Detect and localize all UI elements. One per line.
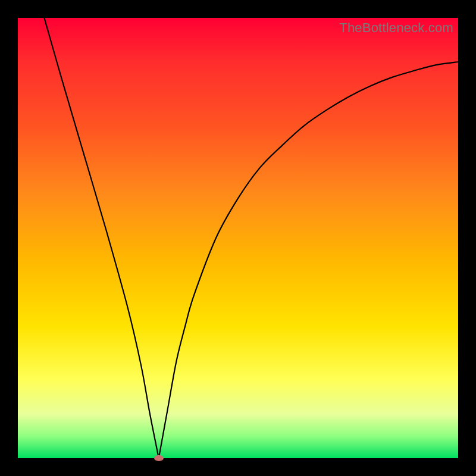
curve-right-branch — [159, 62, 458, 458]
curve-svg — [18, 18, 458, 458]
curve-left-branch — [44, 18, 158, 458]
plot-area: TheBottleneck.com — [18, 18, 458, 458]
minimum-marker-icon — [154, 455, 164, 461]
chart-root: TheBottleneck.com — [0, 0, 476, 476]
